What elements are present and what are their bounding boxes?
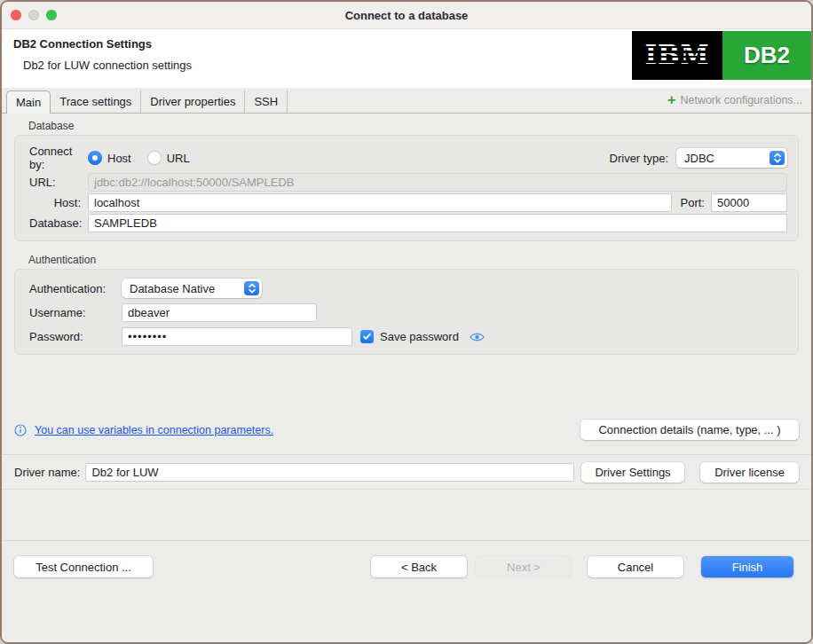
test-connection-button[interactable]: Test Connection ... bbox=[14, 556, 153, 577]
dialog-header: DB2 Connection Settings Db2 for LUW conn… bbox=[2, 29, 811, 88]
show-password-eye-icon[interactable] bbox=[470, 332, 485, 342]
zoom-button[interactable] bbox=[46, 10, 57, 20]
tab-trace-settings[interactable]: Trace settings bbox=[51, 90, 141, 113]
driver-license-button[interactable]: Driver license bbox=[700, 462, 799, 483]
radio-unselected-icon bbox=[147, 151, 162, 165]
finish-button[interactable]: Finish bbox=[701, 556, 793, 577]
tab-driver-properties[interactable]: Driver properties bbox=[141, 90, 245, 113]
back-button[interactable]: < Back bbox=[371, 556, 467, 577]
driver-name-label: Driver name: bbox=[14, 466, 80, 479]
info-icon bbox=[14, 424, 27, 436]
host-radio-label: Host bbox=[107, 152, 131, 165]
auth-type-row: Authentication: Database Native bbox=[29, 279, 787, 298]
driver-settings-button[interactable]: Driver Settings bbox=[581, 462, 684, 483]
authentication-group-label: Authentication bbox=[28, 254, 799, 267]
authentication-label: Authentication: bbox=[29, 282, 122, 295]
window-title: Connect to a database bbox=[2, 9, 811, 22]
driver-logo: IBM DB2 bbox=[632, 31, 811, 80]
wizard-buttons: < Back Next > Cancel Finish bbox=[371, 556, 793, 577]
driver-type-value: JDBC bbox=[684, 152, 762, 165]
tab-bar: Main Trace settings Driver properties SS… bbox=[2, 88, 811, 114]
connect-by-options: Host URL bbox=[88, 151, 190, 165]
connect-by-row: Connect by: Host URL Driver type: JDBC bbox=[29, 145, 787, 171]
username-label: Username: bbox=[29, 306, 122, 319]
host-input[interactable] bbox=[88, 193, 672, 212]
lower-gap bbox=[2, 490, 811, 540]
username-row: Username: bbox=[29, 303, 787, 322]
chevron-updown-icon bbox=[770, 151, 785, 165]
host-radio[interactable]: Host bbox=[88, 151, 131, 165]
host-row: Host: Port: bbox=[29, 193, 787, 212]
radio-selected-icon bbox=[88, 151, 102, 165]
dialog-button-bar: Test Connection ... < Back Next > Cancel… bbox=[2, 541, 811, 642]
connect-database-dialog: Connect to a database DB2 Connection Set… bbox=[0, 0, 813, 644]
info-row: You can use variables in connection para… bbox=[14, 420, 799, 440]
driver-row: Driver name: Driver Settings Driver lice… bbox=[2, 455, 811, 489]
driver-type-wrap: Driver type: JDBC bbox=[610, 148, 787, 168]
close-button[interactable] bbox=[11, 10, 21, 20]
tab-main[interactable]: Main bbox=[6, 90, 51, 114]
database-input[interactable] bbox=[88, 214, 787, 232]
url-radio[interactable]: URL bbox=[147, 151, 190, 165]
connect-by-label: Connect by: bbox=[29, 145, 88, 171]
database-label: Database: bbox=[29, 216, 88, 230]
save-password-label: Save password bbox=[380, 330, 459, 343]
url-row: URL: bbox=[29, 173, 787, 192]
url-label: URL: bbox=[29, 176, 88, 189]
traffic-lights bbox=[11, 10, 57, 20]
cancel-button[interactable]: Cancel bbox=[588, 556, 683, 577]
chevron-updown-icon bbox=[244, 281, 259, 295]
authentication-select[interactable]: Database Native bbox=[122, 279, 262, 298]
save-password-checkbox[interactable]: Save password bbox=[360, 330, 459, 343]
main-tab-content: Database Connect by: Host URL Driver typ… bbox=[2, 114, 811, 454]
variables-help-link[interactable]: You can use variables in connection para… bbox=[35, 424, 273, 436]
database-group: Connect by: Host URL Driver type: JDBC bbox=[14, 135, 799, 241]
page-title: DB2 Connection Settings bbox=[13, 37, 152, 51]
spacer bbox=[14, 355, 799, 420]
tab-ssh[interactable]: SSH bbox=[245, 90, 288, 113]
url-input bbox=[88, 173, 787, 192]
driver-name-input[interactable] bbox=[85, 463, 574, 482]
network-configurations-label: Network configurations... bbox=[680, 94, 802, 106]
password-input[interactable] bbox=[122, 327, 352, 346]
next-button: Next > bbox=[476, 556, 572, 577]
minimize-button[interactable] bbox=[28, 10, 39, 20]
driver-type-select[interactable]: JDBC bbox=[676, 148, 787, 168]
host-label: Host: bbox=[29, 196, 88, 209]
port-input[interactable] bbox=[711, 193, 787, 212]
password-row: Password: Save password bbox=[29, 327, 787, 346]
driver-type-label: Driver type: bbox=[610, 152, 668, 165]
connection-details-button[interactable]: Connection details (name, type, ... ) bbox=[580, 420, 799, 440]
database-group-label: Database bbox=[28, 120, 799, 133]
network-configurations-link[interactable]: + Network configurations... bbox=[667, 93, 802, 107]
checkbox-checked-icon bbox=[360, 330, 374, 343]
ibm-logo-icon: IBM bbox=[632, 31, 722, 80]
plus-icon: + bbox=[667, 93, 675, 107]
password-label: Password: bbox=[29, 330, 122, 343]
username-input[interactable] bbox=[122, 303, 317, 322]
page-subtitle: Db2 for LUW connection settings bbox=[23, 59, 192, 72]
ibm-stripes bbox=[632, 43, 722, 68]
port-label: Port: bbox=[672, 196, 711, 209]
db2-logo-icon: DB2 bbox=[722, 31, 811, 80]
titlebar: Connect to a database bbox=[2, 2, 811, 29]
database-row: Database: bbox=[29, 214, 787, 232]
authentication-group: Authentication: Database Native Username… bbox=[14, 269, 799, 355]
authentication-value: Database Native bbox=[130, 282, 237, 295]
url-radio-label: URL bbox=[167, 152, 190, 165]
